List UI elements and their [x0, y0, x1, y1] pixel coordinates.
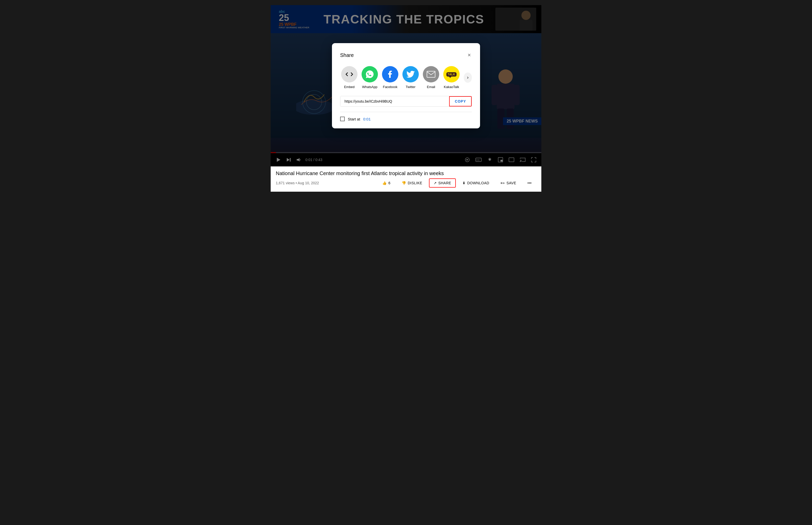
facebook-icon — [382, 66, 398, 82]
save-button[interactable]: ≡+ SAVE — [496, 178, 521, 188]
modal-backdrop: Share × Embed — [271, 5, 541, 166]
share-option-twitter[interactable]: Twitter — [401, 66, 420, 89]
divider — [340, 112, 472, 112]
share-option-kakaotalk[interactable]: TALK KakaoTalk — [442, 66, 461, 89]
like-icon: 👍 — [382, 181, 387, 185]
embed-label: Embed — [344, 85, 354, 89]
twitter-label: Twitter — [406, 85, 415, 89]
download-icon: ⬇ — [462, 181, 466, 185]
facebook-label: Facebook — [383, 85, 397, 89]
whatsapp-label: WhatsApp — [362, 85, 378, 89]
twitter-icon — [402, 66, 419, 82]
save-label: SAVE — [506, 181, 516, 185]
link-input[interactable] — [340, 96, 449, 106]
video-meta-row: 1,671 views • Aug 10, 2022 👍 6 👎 DISLIKE… — [276, 178, 536, 188]
save-icon: ≡+ — [501, 181, 505, 185]
share-option-email[interactable]: Email — [422, 66, 440, 89]
more-icon: ••• — [528, 181, 532, 185]
share-option-whatsapp[interactable]: WhatsApp — [360, 66, 379, 89]
like-button[interactable]: 👍 6 — [378, 178, 395, 188]
modal-title: Share — [340, 52, 354, 58]
modal-header: Share × — [340, 51, 472, 59]
video-container: abc 25 25 WPBF FIRST WARNING WEATHER TRA… — [271, 5, 541, 166]
share-option-facebook[interactable]: Facebook — [381, 66, 399, 89]
share-button[interactable]: ↗ SHARE — [429, 178, 456, 188]
download-label: DOWNLOAD — [467, 181, 489, 185]
start-at-checkbox[interactable] — [340, 117, 345, 121]
kakaotalk-bubble: TALK — [446, 72, 457, 77]
share-options-row: Embed WhatsApp — [340, 66, 472, 89]
email-icon — [423, 66, 439, 82]
download-button[interactable]: ⬇ DOWNLOAD — [458, 178, 494, 188]
share-option-embed[interactable]: Embed — [340, 66, 358, 89]
close-button[interactable]: × — [467, 51, 472, 59]
video-info: National Hurricane Center monitoring fir… — [271, 166, 541, 192]
kakaotalk-label: KakaoTalk — [444, 85, 459, 89]
dislike-button[interactable]: 👎 DISLIKE — [397, 178, 427, 188]
start-at-time[interactable]: 0:01 — [363, 117, 370, 121]
view-count: 1,671 views • Aug 10, 2022 — [276, 181, 319, 185]
embed-icon — [341, 66, 357, 82]
start-at-label: Start at — [348, 117, 360, 121]
action-buttons: 👍 6 👎 DISLIKE ↗ SHARE ⬇ DOWNLOAD — [378, 178, 536, 188]
share-label: SHARE — [438, 181, 451, 185]
like-count: 6 — [388, 181, 390, 185]
svg-rect-25 — [427, 71, 435, 77]
more-button[interactable]: ••• — [523, 178, 536, 188]
copy-button[interactable]: COPY — [449, 96, 472, 106]
whatsapp-icon — [361, 66, 378, 82]
link-copy-row: COPY — [340, 96, 472, 107]
share-icon: ↗ — [433, 181, 437, 185]
start-at-row: Start at 0:01 — [340, 117, 472, 121]
dislike-icon: 👎 — [402, 181, 406, 185]
share-next-button[interactable]: › — [464, 73, 472, 83]
dislike-label: DISLIKE — [408, 181, 422, 185]
kakaotalk-icon: TALK — [443, 66, 460, 82]
video-title: National Hurricane Center monitoring fir… — [276, 170, 536, 176]
share-modal: Share × Embed — [332, 43, 480, 129]
page-wrapper: abc 25 25 WPBF FIRST WARNING WEATHER TRA… — [271, 5, 541, 192]
email-label: Email — [427, 85, 435, 89]
